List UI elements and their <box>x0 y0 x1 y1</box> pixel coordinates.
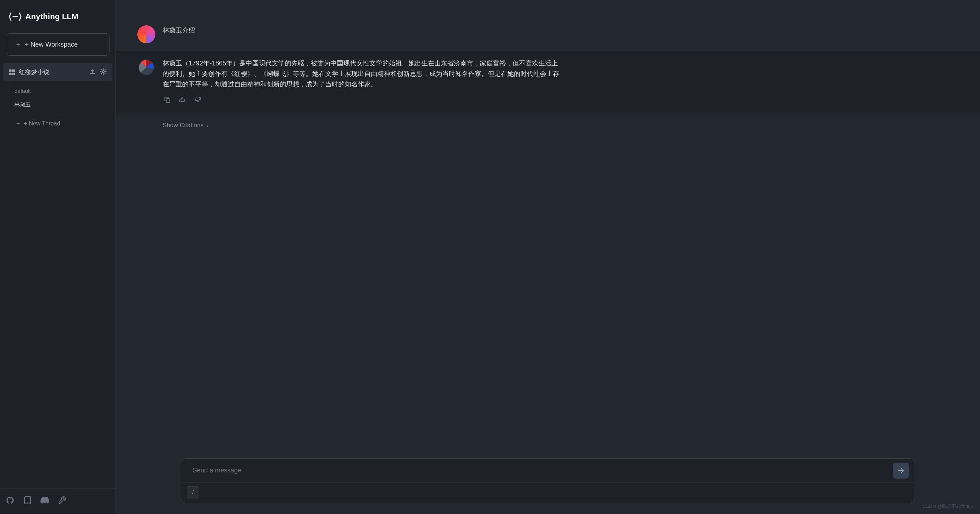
new-workspace-button[interactable]: ＋ + New Workspace <box>6 33 110 56</box>
thread-default-label: default <box>14 88 31 94</box>
workspace-item[interactable]: 红楼梦小说 <box>3 63 112 81</box>
sidebar: Anything LLM ＋ + New Workspace 红楼梦小说 <box>0 0 116 514</box>
thread-list: default 林黛玉 <box>9 84 112 112</box>
logo-icon <box>9 10 22 23</box>
chat-area: 林黛玉介绍 <box>116 0 980 451</box>
thumbs-up-button[interactable] <box>178 95 187 106</box>
svg-rect-9 <box>199 98 200 100</box>
message-actions <box>162 95 560 106</box>
show-citations-button[interactable]: Show Citations › <box>162 122 208 129</box>
sidebar-footer <box>0 489 115 514</box>
input-bottom: / <box>181 482 915 503</box>
thread-item-default[interactable]: default <box>9 84 112 98</box>
user-message-row: 林黛玉介绍 <box>116 18 980 51</box>
wrench-icon[interactable] <box>58 496 67 507</box>
input-container: / <box>181 458 915 503</box>
app-name: Anything LLM <box>25 12 78 21</box>
message-input[interactable] <box>187 459 893 482</box>
svg-rect-8 <box>180 100 181 102</box>
thread-active-label: 林黛玉 <box>14 101 31 108</box>
assistant-message-content: 林黛玉（1792年-1865年）是中国现代文学的先驱，被誉为中国现代女性文学的始… <box>162 58 560 106</box>
send-button[interactable] <box>893 463 909 479</box>
chevron-right-icon: › <box>206 122 208 129</box>
new-thread-button[interactable]: ＋ + New Thread <box>10 116 112 131</box>
workspace-actions <box>89 68 107 76</box>
assistant-avatar-svg <box>137 58 155 76</box>
copy-button[interactable] <box>162 95 172 106</box>
svg-rect-4 <box>12 73 15 75</box>
new-thread-label: + New Thread <box>24 120 60 127</box>
citations-section: Show Citations › <box>116 114 980 129</box>
user-avatar <box>137 25 155 43</box>
assistant-message-text: 林黛玉（1792年-1865年）是中国现代文学的先驱，被誉为中国现代女性文学的始… <box>162 58 560 89</box>
assistant-avatar <box>137 58 155 76</box>
upload-icon[interactable] <box>89 68 96 76</box>
workspace-name: 红楼梦小说 <box>19 68 49 76</box>
svg-rect-1 <box>9 69 11 72</box>
thread-item-active[interactable]: 林黛玉 <box>9 98 112 112</box>
svg-rect-2 <box>12 69 15 72</box>
input-area: / <box>116 451 980 514</box>
svg-rect-3 <box>9 73 11 75</box>
user-message-content: 林黛玉介绍 <box>162 25 560 36</box>
main-content: 林黛玉介绍 <box>116 0 980 514</box>
book-icon[interactable] <box>23 496 32 507</box>
app-logo: Anything LLM <box>0 0 115 30</box>
workspace-item-left: 红楼梦小说 <box>9 68 49 76</box>
show-citations-label: Show Citations <box>162 122 204 129</box>
plus-icon: ＋ <box>15 40 21 49</box>
input-top <box>181 459 915 482</box>
svg-rect-7 <box>166 99 170 103</box>
discord-icon[interactable] <box>40 496 49 507</box>
new-workspace-label: + New Workspace <box>25 41 78 48</box>
slash-label: / <box>192 489 194 496</box>
workspace-grid-icon <box>9 69 15 76</box>
user-message-text: 林黛玉介绍 <box>162 25 560 36</box>
github-icon[interactable] <box>6 496 14 507</box>
settings-workspace-icon[interactable] <box>100 68 107 76</box>
slash-command-button[interactable]: / <box>187 486 199 498</box>
thumbs-down-button[interactable] <box>193 95 202 106</box>
watermark: CSDN @昵你不能为null <box>923 503 973 510</box>
plus-thread-icon: ＋ <box>15 119 21 127</box>
assistant-message-row: 林黛玉（1792年-1865年）是中国现代文学的先驱，被誉为中国现代女性文学的始… <box>116 51 980 114</box>
svg-point-5 <box>102 70 105 73</box>
